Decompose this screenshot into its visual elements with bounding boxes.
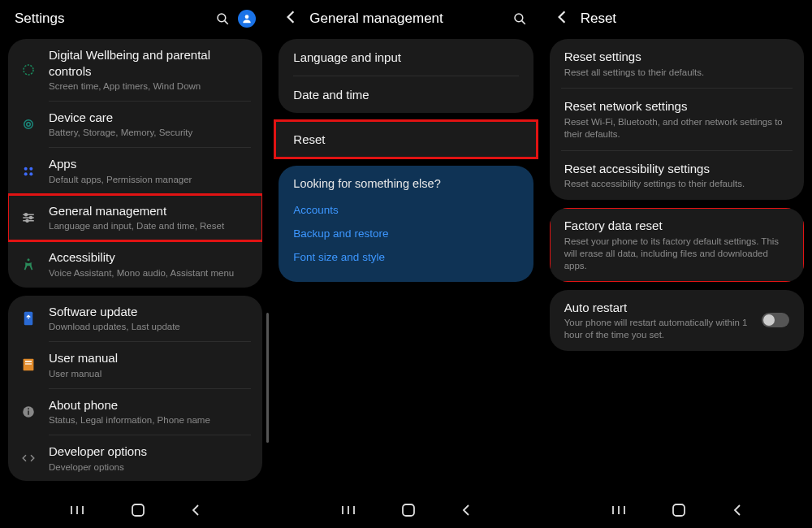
search-icon[interactable] <box>512 11 527 26</box>
general-management-icon <box>19 212 37 223</box>
row-factory-reset[interactable]: Factory data reset Reset your phone to i… <box>550 208 804 281</box>
svg-rect-20 <box>25 364 32 365</box>
svg-point-2 <box>245 15 249 19</box>
row-sub: Download updates, Last update <box>49 321 251 333</box>
svg-point-4 <box>24 120 33 129</box>
row-sub: Status, Legal information, Phone name <box>49 414 251 426</box>
svg-point-8 <box>24 172 28 175</box>
row-accessibility[interactable]: Accessibility Voice Assistant, Mono audi… <box>8 241 262 287</box>
reset-list: Reset settings Reset all settings to the… <box>542 39 812 496</box>
svg-point-14 <box>30 217 32 219</box>
svg-rect-22 <box>28 410 29 414</box>
row-title: Reset network settings <box>564 98 789 115</box>
svg-point-3 <box>24 65 33 75</box>
home-button[interactable] <box>131 503 145 521</box>
settings-list: Digital Wellbeing and parental controls … <box>0 39 270 496</box>
row-title: Developer options <box>49 444 251 460</box>
reset-group-3: Auto restart Your phone will restart aut… <box>550 290 804 351</box>
row-developer-options[interactable]: Developer options Developer options <box>8 435 262 481</box>
row-title: About phone <box>49 397 251 413</box>
svg-point-6 <box>24 167 28 170</box>
navbar <box>0 496 270 528</box>
svg-point-13 <box>25 214 28 216</box>
home-button[interactable] <box>401 503 416 521</box>
wellbeing-icon <box>19 63 37 77</box>
back-button[interactable] <box>732 504 742 520</box>
general-management-screen: General management Language and input Da… <box>270 0 541 528</box>
svg-line-1 <box>225 21 228 24</box>
svg-rect-37 <box>673 504 685 516</box>
row-user-manual[interactable]: User manual User manual <box>8 342 262 387</box>
recents-button[interactable] <box>611 504 626 519</box>
general-management-list: Language and input Date and time Reset L… <box>270 39 541 496</box>
row-title: General management <box>49 203 251 219</box>
header: Settings <box>0 0 270 39</box>
svg-line-29 <box>521 21 525 24</box>
suggestions-card: Looking for something else? Accounts Bac… <box>279 166 533 282</box>
header: Reset <box>542 0 812 39</box>
row-title: Auto restart <box>564 300 762 316</box>
row-language-input[interactable]: Language and input <box>279 39 533 76</box>
row-title: Software update <box>49 304 251 320</box>
row-apps[interactable]: Apps Default apps, Permission manager <box>8 148 262 193</box>
row-device-care[interactable]: Device care Battery, Storage, Memory, Se… <box>8 102 262 147</box>
row-title: User manual <box>49 350 251 366</box>
search-icon[interactable] <box>215 11 230 26</box>
row-about-phone[interactable]: About phone Status, Legal information, P… <box>8 389 262 435</box>
profile-avatar[interactable] <box>238 10 256 28</box>
recents-button[interactable] <box>341 504 356 519</box>
svg-rect-18 <box>24 359 34 370</box>
row-general-management[interactable]: General management Language and input, D… <box>8 195 262 240</box>
suggest-link-accounts[interactable]: Accounts <box>293 198 518 222</box>
recents-button[interactable] <box>70 504 84 519</box>
row-sub: User manual <box>49 368 251 380</box>
navbar <box>542 496 812 528</box>
suggest-link-font[interactable]: Font size and style <box>293 245 518 269</box>
row-title: Apps <box>49 156 251 172</box>
settings-group-1: Digital Wellbeing and parental controls … <box>8 39 262 288</box>
navbar <box>270 496 541 528</box>
row-reset-network[interactable]: Reset network settings Reset Wi-Fi, Blue… <box>550 89 804 149</box>
back-icon[interactable] <box>285 10 296 28</box>
row-digital-wellbeing[interactable]: Digital Wellbeing and parental controls … <box>8 39 262 101</box>
row-title: Factory data reset <box>564 218 789 234</box>
row-sub: Voice Assistant, Mono audio, Assistant m… <box>49 267 251 279</box>
row-sub: Screen time, App timers, Wind Down <box>49 80 251 93</box>
svg-rect-33 <box>403 504 414 516</box>
scrollbar[interactable] <box>266 313 269 443</box>
settings-group-2: Software update Download updates, Last u… <box>8 296 262 482</box>
row-auto-restart[interactable]: Auto restart Your phone will restart aut… <box>550 290 804 351</box>
reset-group-1: Reset settings Reset all settings to the… <box>550 39 804 200</box>
back-button[interactable] <box>191 504 201 520</box>
apps-icon <box>19 165 37 178</box>
suggest-link-backup[interactable]: Backup and restore <box>293 222 518 245</box>
row-reset[interactable]: Reset <box>275 121 536 158</box>
auto-restart-toggle[interactable] <box>762 313 789 327</box>
svg-rect-27 <box>132 504 144 516</box>
svg-point-23 <box>28 408 29 409</box>
row-title: Reset accessibility settings <box>564 161 789 177</box>
page-title: Settings <box>15 11 207 27</box>
svg-rect-19 <box>25 361 32 363</box>
row-sub: Reset your phone to its factory default … <box>564 236 789 272</box>
row-sub: Reset Wi-Fi, Bluetooth, and other networ… <box>564 116 789 141</box>
home-button[interactable] <box>672 503 686 521</box>
row-sub: Your phone will restart automatically wi… <box>564 317 762 341</box>
row-sub: Language and input, Date and time, Reset <box>49 220 251 232</box>
row-date-time[interactable]: Date and time <box>279 76 533 113</box>
row-sub: Reset all settings to their defaults. <box>564 67 789 79</box>
row-reset-settings[interactable]: Reset settings Reset all settings to the… <box>550 39 804 88</box>
row-software-update[interactable]: Software update Download updates, Last u… <box>8 296 262 341</box>
gm-group-reset: Reset <box>275 121 536 158</box>
svg-point-7 <box>29 167 32 170</box>
row-reset-accessibility[interactable]: Reset accessibility settings Reset acces… <box>550 151 804 200</box>
row-title: Accessibility <box>49 249 251 266</box>
info-icon <box>19 405 37 419</box>
back-icon[interactable] <box>556 10 568 28</box>
user-manual-icon <box>19 357 37 372</box>
device-care-icon <box>19 117 37 132</box>
reset-screen: Reset Reset settings Reset all settings … <box>542 0 812 528</box>
svg-point-16 <box>28 259 30 262</box>
back-button[interactable] <box>461 504 471 520</box>
svg-point-5 <box>27 123 31 127</box>
